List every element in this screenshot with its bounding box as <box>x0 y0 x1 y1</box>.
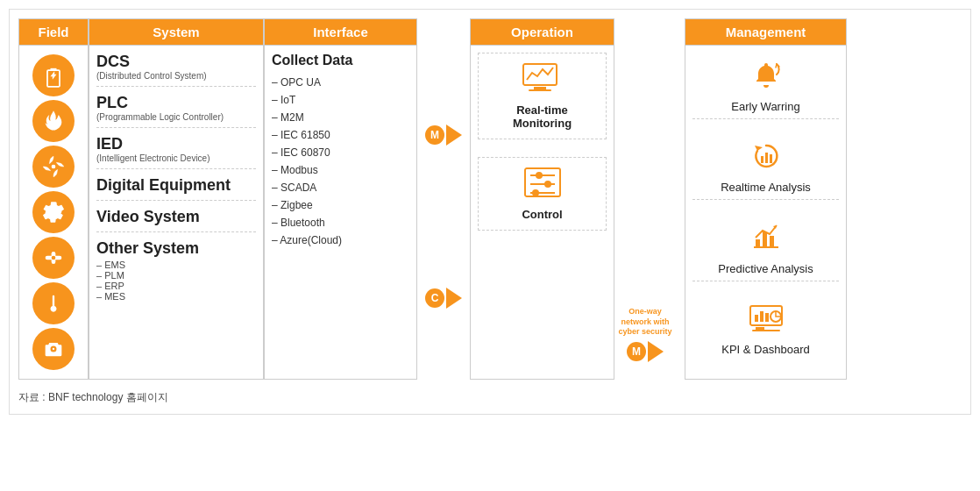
svg-rect-7 <box>523 64 557 85</box>
connector-area: M C <box>417 18 470 380</box>
interface-header: Interface <box>265 19 416 46</box>
system-item-ied: IED (Intelligent Electronic Device) <box>96 135 256 169</box>
system-column: System DCS (Distributed Control System) … <box>89 18 264 380</box>
arrow-right-m <box>446 125 462 146</box>
monitoring-icon <box>522 62 564 100</box>
dcs-subtitle: (Distributed Control System) <box>96 71 256 81</box>
operation-header: Operation <box>471 19 614 46</box>
plc-title: PLC <box>96 94 256 112</box>
svg-rect-29 <box>755 315 758 322</box>
management-body: Early Warring <box>685 46 846 379</box>
svg-rect-9 <box>529 89 551 91</box>
other-title: Other System <box>96 239 256 258</box>
svg-rect-20 <box>770 154 772 163</box>
sub-plm: – PLM <box>96 270 256 281</box>
plc-subtitle: (Programmable Logic Controller) <box>96 112 256 122</box>
thermometer-icon <box>32 282 75 324</box>
early-warring-label: Early Warring <box>731 100 799 113</box>
field-header: Field <box>19 19 88 46</box>
field-body <box>19 46 88 379</box>
system-item-video: Video System <box>96 208 256 232</box>
svg-rect-21 <box>754 246 778 248</box>
svg-rect-1 <box>51 68 57 70</box>
bell-icon <box>750 60 782 97</box>
mgmt-realtime: Realtime Analysis <box>692 140 839 200</box>
svg-rect-28 <box>752 330 780 331</box>
control-label: Control <box>522 208 562 221</box>
operation-body: Real-timeMonitoring <box>471 46 614 379</box>
mgmt-predictive: Predictive Analysis <box>692 222 839 281</box>
arrow-m-top: M <box>425 125 462 146</box>
svg-point-6 <box>52 256 56 260</box>
badge-c: C <box>425 288 444 308</box>
management-header: Management <box>685 19 846 46</box>
iface-iot: – IoT <box>272 93 409 107</box>
digital-title: Digital Equipment <box>96 176 256 195</box>
kpi-dashboard-label: KPI & Dashboard <box>721 343 809 356</box>
interface-column: Interface Collect Data – OPC UA – IoT – … <box>264 18 417 380</box>
one-way-text: One-way network with cyber security <box>614 307 676 338</box>
control-icon <box>523 167 562 204</box>
chart-up-icon <box>750 140 782 178</box>
system-item-digital: Digital Equipment <box>96 176 256 201</box>
ied-subtitle: (Intelligent Electronic Device) <box>96 153 256 163</box>
sub-erp: – ERP <box>96 281 256 291</box>
flame-icon <box>32 100 75 142</box>
pump-icon <box>32 191 75 233</box>
op-control: Control <box>478 157 607 231</box>
arrow-c: C <box>425 288 462 309</box>
sub-ems: – EMS <box>96 260 256 270</box>
iface-iec60870: – IEC 60870 <box>272 146 409 160</box>
badge-m: M <box>425 125 444 145</box>
footer-text: 자료 : BNF technology 홈페이지 <box>18 387 962 405</box>
iface-iec61850: – IEC 61850 <box>272 128 409 142</box>
camera-icon <box>32 328 75 370</box>
system-body: DCS (Distributed Control System) PLC (Pr… <box>89 46 263 379</box>
battery-icon <box>32 54 75 96</box>
dashboard-icon <box>749 302 784 340</box>
diagram-container: Field <box>9 9 971 415</box>
svg-rect-18 <box>761 156 763 163</box>
valve-icon <box>32 237 75 279</box>
operation-column: Operation Real-timeMonitoring <box>470 18 614 380</box>
svg-point-14 <box>544 181 551 188</box>
ied-title: IED <box>96 135 256 153</box>
badge-m-bottom: M <box>627 342 646 361</box>
other-sub-items: – EMS – PLM – ERP – MES <box>96 260 256 302</box>
iface-opc: – OPC UA <box>272 75 409 89</box>
management-column: Management Early Warring <box>685 18 847 380</box>
predictive-analysis-label: Predictive Analysis <box>718 262 813 275</box>
iface-azure: – Azure(Cloud) <box>272 233 409 247</box>
svg-rect-22 <box>756 239 760 246</box>
svg-point-3 <box>52 165 55 168</box>
collect-data-title: Collect Data <box>272 53 409 68</box>
svg-rect-31 <box>765 313 769 322</box>
monitoring-label: Real-timeMonitoring <box>513 103 572 130</box>
interface-body: Collect Data – OPC UA – IoT – M2M – IEC … <box>265 46 416 379</box>
svg-rect-23 <box>763 232 767 246</box>
svg-rect-30 <box>760 311 763 322</box>
bottom-arrow-m: M <box>627 341 664 362</box>
arrow-right-c <box>446 288 462 309</box>
iface-bluetooth: – Bluetooth <box>272 216 409 230</box>
iface-modbus: – Modbus <box>272 163 409 177</box>
sub-mes: – MES <box>96 291 256 302</box>
mgmt-early-warring: Early Warring <box>692 60 839 119</box>
video-title: Video System <box>96 208 256 226</box>
svg-point-12 <box>536 172 543 179</box>
dcs-title: DCS <box>96 53 256 71</box>
field-column: Field <box>18 18 89 380</box>
fan-icon <box>32 146 75 188</box>
mgmt-kpi: KPI & Dashboard <box>692 302 839 361</box>
svg-marker-17 <box>755 146 763 151</box>
svg-point-16 <box>532 189 539 196</box>
op-monitoring: Real-timeMonitoring <box>478 53 607 139</box>
svg-rect-19 <box>765 153 768 163</box>
arrow-right-bottom <box>648 341 664 362</box>
system-item-other: Other System – EMS – PLM – ERP – MES <box>96 239 256 307</box>
chart-bar-icon <box>750 222 782 260</box>
bottom-arrow-block: One-way network with cyber security M <box>614 307 676 362</box>
system-item-plc: PLC (Programmable Logic Controller) <box>96 94 256 128</box>
system-item-dcs: DCS (Distributed Control System) <box>96 53 256 87</box>
realtime-analysis-label: Realtime Analysis <box>721 181 811 194</box>
